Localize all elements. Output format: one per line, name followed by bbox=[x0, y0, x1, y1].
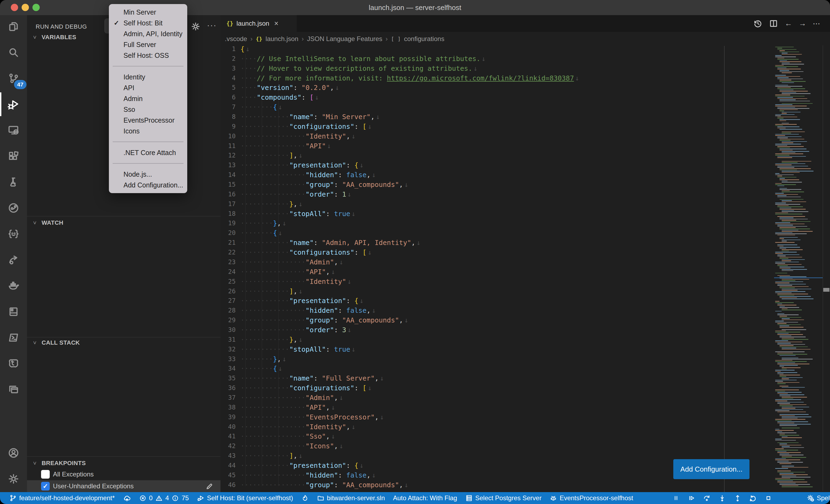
line-number[interactable]: 34 bbox=[220, 364, 235, 374]
breakpoints-section-header[interactable]: > BREAKPOINTS bbox=[27, 458, 220, 469]
debug-session-status[interactable]: Self Host: Bit (server-selfhost) bbox=[197, 494, 293, 502]
sidebar-item-explorer[interactable] bbox=[6, 19, 21, 34]
line-number[interactable]: 45 bbox=[220, 471, 235, 480]
sidebar-item-live-share[interactable] bbox=[6, 252, 21, 267]
sidebar-item-search[interactable] bbox=[6, 45, 21, 60]
debug-target-status[interactable]: EventsProcessor-selfhost bbox=[549, 494, 633, 502]
breadcrumb-item[interactable]: .vscode bbox=[225, 35, 247, 43]
line-number[interactable]: 27 bbox=[220, 296, 235, 306]
section-divider[interactable] bbox=[27, 457, 220, 457]
line-number[interactable]: 14 bbox=[220, 170, 235, 180]
configure-launch-button[interactable] bbox=[191, 22, 200, 32]
spell-checker-status[interactable]: Spell bbox=[806, 492, 830, 504]
menu-item[interactable]: Admin, API, Identity bbox=[109, 28, 187, 39]
line-number[interactable]: 2 bbox=[220, 54, 235, 64]
menu-item[interactable]: Node.js... bbox=[109, 169, 187, 179]
line-number[interactable]: 35 bbox=[220, 374, 235, 383]
code-editor[interactable]: 1{↓2····// Use IntelliSense to learn abo… bbox=[220, 44, 734, 492]
checkbox-checked[interactable]: ✓ bbox=[41, 482, 50, 491]
line-number[interactable]: 17 bbox=[220, 199, 235, 209]
line-number[interactable]: 46 bbox=[220, 480, 235, 490]
add-configuration-button[interactable]: Add Configuration... bbox=[673, 459, 749, 479]
line-number[interactable]: 6 bbox=[220, 93, 235, 102]
line-number[interactable]: 22 bbox=[220, 248, 235, 258]
sidebar-item-browser-windows[interactable] bbox=[6, 382, 21, 397]
scrollbar-thumb[interactable] bbox=[823, 288, 829, 292]
timeline-icon[interactable] bbox=[753, 19, 762, 28]
line-number[interactable]: 44 bbox=[220, 461, 235, 471]
minimap[interactable] bbox=[774, 45, 823, 491]
sidebar-item-extensions[interactable] bbox=[6, 148, 21, 164]
line-number[interactable]: 20 bbox=[220, 228, 235, 238]
line-number[interactable]: 9 bbox=[220, 122, 235, 132]
problems-status[interactable]: 0 4 75 bbox=[139, 494, 189, 502]
line-number[interactable]: 43 bbox=[220, 451, 235, 461]
continue-icon[interactable] bbox=[687, 494, 696, 502]
line-number[interactable]: 24 bbox=[220, 267, 235, 277]
close-window-button[interactable] bbox=[11, 4, 18, 11]
line-number[interactable]: 16 bbox=[220, 190, 235, 199]
step-out-icon[interactable] bbox=[734, 494, 742, 502]
menu-item[interactable]: Sso bbox=[109, 104, 187, 115]
line-number[interactable]: 39 bbox=[220, 412, 235, 422]
line-number[interactable]: 29 bbox=[220, 315, 235, 325]
sidebar-item-remote-explorer[interactable] bbox=[6, 123, 21, 138]
line-number[interactable]: 31 bbox=[220, 335, 235, 345]
editor-more-actions-button[interactable]: ⋯ bbox=[813, 19, 820, 28]
pause-icon[interactable] bbox=[672, 494, 680, 502]
sidebar-item-postgresql[interactable] bbox=[6, 356, 21, 371]
line-number[interactable]: 7 bbox=[220, 102, 235, 112]
breadcrumb-item[interactable]: configurations bbox=[404, 35, 444, 43]
line-number[interactable]: 26 bbox=[220, 287, 235, 296]
line-number[interactable]: 1 bbox=[220, 44, 235, 54]
line-number[interactable]: 42 bbox=[220, 441, 235, 451]
flame-status[interactable] bbox=[301, 494, 309, 502]
restart-icon[interactable] bbox=[749, 494, 757, 502]
sidebar-item-powershell[interactable] bbox=[6, 330, 21, 345]
sidebar-item-code-snippets[interactable] bbox=[6, 226, 21, 241]
line-number[interactable]: 41 bbox=[220, 432, 235, 441]
sync-changes-button[interactable] bbox=[123, 494, 131, 502]
sidebar-item-run-and-debug[interactable] bbox=[6, 97, 21, 112]
menu-item[interactable]: API bbox=[109, 82, 187, 93]
views-more-actions-button[interactable]: ··· bbox=[207, 21, 217, 30]
line-number[interactable]: 18 bbox=[220, 209, 235, 219]
line-number[interactable]: 23 bbox=[220, 258, 235, 267]
line-number[interactable]: 13 bbox=[220, 161, 235, 170]
line-number[interactable]: 4 bbox=[220, 73, 235, 83]
navigate-back-button[interactable]: ← bbox=[785, 19, 792, 28]
breadcrumb-item[interactable]: launch.json bbox=[265, 35, 298, 43]
menu-item[interactable]: EventsProcessor bbox=[109, 115, 187, 126]
edit-condition-button[interactable] bbox=[205, 482, 214, 492]
auto-attach-status[interactable]: Auto Attach: With Flag bbox=[393, 494, 457, 502]
menu-item[interactable]: ✓Self Host: Bit bbox=[109, 18, 187, 28]
line-number[interactable]: 40 bbox=[220, 422, 235, 432]
line-number[interactable]: 3 bbox=[220, 64, 235, 73]
menu-item[interactable]: Identity bbox=[109, 72, 187, 82]
breadcrumb-item[interactable]: JSON Language Features bbox=[307, 35, 382, 43]
breakpoint-row-all-exceptions[interactable]: All Exceptions bbox=[27, 468, 220, 480]
line-number[interactable]: 30 bbox=[220, 325, 235, 335]
tab-launch-json[interactable]: {} launch.json × bbox=[220, 15, 297, 32]
postgres-server-status[interactable]: Select Postgres Server bbox=[465, 494, 541, 502]
line-number[interactable]: 36 bbox=[220, 383, 235, 393]
sidebar-item-docker[interactable] bbox=[6, 278, 21, 293]
line-number[interactable]: 21 bbox=[220, 238, 235, 248]
call-stack-section-header[interactable]: > CALL STACK bbox=[27, 337, 220, 348]
solution-status[interactable]: bitwarden-server.sln bbox=[317, 494, 385, 502]
split-editor-icon[interactable] bbox=[769, 19, 778, 28]
menu-item[interactable]: Full Server bbox=[109, 39, 187, 50]
menu-item[interactable]: Icons bbox=[109, 126, 187, 136]
line-number[interactable]: 11 bbox=[220, 141, 235, 151]
sidebar-item-storage[interactable] bbox=[6, 304, 21, 319]
line-number[interactable]: 28 bbox=[220, 306, 235, 315]
settings-button[interactable] bbox=[6, 471, 21, 486]
breakpoint-row-user-unhandled-exceptions[interactable]: ✓ User-Unhandled Exceptions bbox=[27, 480, 220, 492]
menu-item[interactable]: Add Configuration... bbox=[109, 179, 187, 191]
line-number[interactable]: 8 bbox=[220, 112, 235, 122]
sidebar-item-testing[interactable] bbox=[6, 174, 21, 190]
line-number[interactable]: 19 bbox=[220, 219, 235, 228]
line-number[interactable]: 38 bbox=[220, 403, 235, 412]
checkbox-unchecked[interactable] bbox=[41, 470, 50, 479]
menu-item[interactable]: .NET Core Attach bbox=[109, 147, 187, 158]
